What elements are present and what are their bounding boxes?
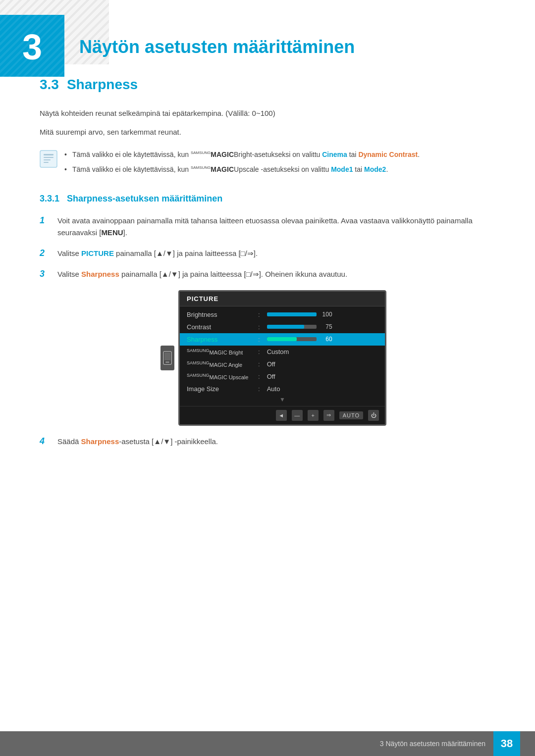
chapter-title: Näytön asetusten määrittäminen (79, 37, 355, 57)
monitor-wrapper: PICTURE Brightness : 100 Contrast (178, 290, 386, 426)
note-text-container: Tämä valikko ei ole käytettävissä, kun S… (64, 149, 420, 176)
monitor-screen: PICTURE Brightness : 100 Contrast (178, 290, 386, 426)
menu-label-magic-angle: SAMSUNGMAGIC Angle (187, 360, 251, 368)
link-cinema: Cinema (322, 151, 347, 158)
monitor-icon-row: ◄ — + ⇒ AUTO ⏻ (180, 406, 385, 424)
monitor-screenshot-container: PICTURE Brightness : 100 Contrast (69, 290, 495, 426)
step-4-text: Säädä Sharpness-asetusta [▲/▼] -painikke… (57, 436, 495, 448)
step-3-text: Valitse Sharpness painamalla [▲/▼] ja pa… (57, 268, 495, 280)
svg-rect-3 (44, 159, 51, 160)
step-1: 1 Voit avata avainoppaan painamalla mitä… (40, 215, 495, 239)
step-2-text: Valitse PICTURE painamalla [▲/▼] ja pain… (57, 248, 495, 259)
menu-value-magic-upscale: Off (267, 373, 378, 380)
menu-value-magic-bright: Custom (267, 348, 378, 355)
sharpness-value: 60 (320, 336, 332, 343)
menu-key: MENU (101, 228, 123, 237)
note-line-2: Tämä valikko ei ole käytettävissä, kun S… (64, 164, 420, 176)
section-heading: 3.3Sharpness (40, 77, 495, 93)
sharpness-keyword-step3: Sharpness (81, 270, 119, 278)
svg-rect-6 (164, 353, 170, 360)
link-mode2: Mode2 (364, 165, 386, 173)
step-2: 2 Valitse PICTURE painamalla [▲/▼] ja pa… (40, 248, 495, 259)
menu-value-brightness: 100 (267, 311, 378, 318)
step-1-text: Voit avata avainoppaan painamalla mitä t… (57, 215, 495, 239)
description-line-1: Näytä kohteiden reunat selkeämpinä tai e… (40, 107, 495, 119)
link-dynamic-contrast: Dynamic Contrast (358, 151, 418, 158)
menu-label-magic-bright: SAMSUNGMAGIC Bright (187, 348, 251, 355)
step-4: 4 Säädä Sharpness-asetusta [▲/▼] -painik… (40, 436, 495, 448)
brightness-bar-fill (267, 312, 317, 316)
monitor-btn-auto: AUTO (339, 411, 363, 419)
steps-list: 1 Voit avata avainoppaan painamalla mitä… (40, 215, 495, 280)
page-footer: 3 Näytön asetusten määrittäminen 38 (0, 731, 535, 756)
step-2-number: 2 (40, 248, 51, 258)
menu-row-magic-upscale: SAMSUNGMAGIC Upscale : Off (180, 370, 385, 383)
sharpness-bar (267, 337, 317, 341)
monitor-btn-plus: + (308, 410, 319, 421)
scroll-down-arrow: ▼ (180, 395, 385, 404)
monitor-side-icon (160, 346, 174, 370)
brand-magic-2: MAGIC (211, 165, 234, 173)
steps-list-2: 4 Säädä Sharpness-asetusta [▲/▼] -painik… (40, 436, 495, 448)
note-box: Tämä valikko ei ole käytettävissä, kun S… (40, 149, 495, 176)
section-number: 3.3 (40, 77, 59, 92)
svg-rect-0 (40, 151, 57, 167)
subsection-heading: 3.3.1 Sharpness-asetuksen määrittäminen (40, 194, 495, 204)
note-line-1: Tämä valikko ei ole käytettävissä, kun S… (64, 149, 420, 161)
menu-label-sharpness: Sharpness (187, 336, 251, 343)
menu-value-magic-angle: Off (267, 360, 378, 368)
brightness-bar (267, 312, 317, 316)
menu-value-contrast: 75 (267, 323, 378, 330)
brand-sup-1: SAMSUNG (191, 151, 211, 155)
link-mode1: Mode1 (331, 165, 353, 173)
monitor-btn-minus: — (292, 410, 303, 421)
sharpness-bar-fill (267, 337, 297, 341)
menu-value-image-size: Auto (267, 385, 378, 393)
menu-label-brightness: Brightness (187, 311, 251, 318)
menu-label-contrast: Contrast (187, 323, 251, 331)
menu-label-image-size: Image Size (187, 385, 251, 393)
step-3-number: 3 (40, 269, 51, 279)
sharpness-keyword-step4: Sharpness (81, 437, 119, 446)
svg-rect-4 (44, 162, 49, 163)
contrast-bar (267, 325, 317, 329)
menu-row-magic-angle: SAMSUNGMAGIC Angle : Off (180, 358, 385, 370)
description-line-2: Mitä suurempi arvo, sen tarkemmat reunat… (40, 126, 495, 138)
chapter-number: 3 (22, 27, 42, 67)
brightness-value: 100 (320, 311, 332, 318)
chapter-number-box: 3 (0, 15, 64, 77)
menu-row-magic-bright: SAMSUNGMAGIC Bright : Custom (180, 346, 385, 358)
footer-page-number: 38 (493, 731, 520, 756)
brand-sup-2: SAMSUNG (191, 165, 211, 170)
menu-row-contrast: Contrast : 75 (180, 321, 385, 333)
contrast-value: 75 (320, 323, 332, 330)
step-3: 3 Valitse Sharpness painamalla [▲/▼] ja … (40, 268, 495, 280)
brand-bright: Bright (234, 151, 252, 158)
svg-rect-1 (44, 154, 54, 155)
subsection-number: 3.3.1 (40, 194, 59, 203)
monitor-menu-items: Brightness : 100 Contrast : (180, 306, 385, 406)
picture-keyword: PICTURE (81, 249, 114, 257)
menu-row-brightness: Brightness : 100 (180, 308, 385, 321)
contrast-bar-fill (267, 325, 304, 329)
brand-magic-1: MAGIC (211, 151, 234, 158)
subsection-title: Sharpness-asetuksen määrittäminen (67, 194, 222, 203)
menu-row-image-size: Image Size : Auto (180, 383, 385, 395)
step-4-number: 4 (40, 436, 51, 447)
footer-text: 3 Näytön asetusten määrittäminen (380, 740, 485, 748)
monitor-menu-title: PICTURE (180, 292, 385, 306)
svg-rect-7 (165, 361, 169, 363)
monitor-btn-left: ◄ (276, 410, 287, 421)
monitor-btn-power: ⏻ (368, 410, 379, 421)
monitor-btn-enter: ⇒ (323, 410, 334, 421)
menu-label-magic-upscale: SAMSUNGMAGIC Upscale (187, 373, 251, 380)
brand-upscale: Upscale (234, 165, 259, 173)
section-title: Sharpness (67, 77, 138, 92)
svg-rect-2 (44, 157, 54, 158)
note-icon (40, 150, 57, 168)
step-1-number: 1 (40, 215, 51, 226)
menu-row-sharpness: Sharpness : 60 (180, 333, 385, 346)
menu-value-sharpness: 60 (267, 336, 378, 343)
